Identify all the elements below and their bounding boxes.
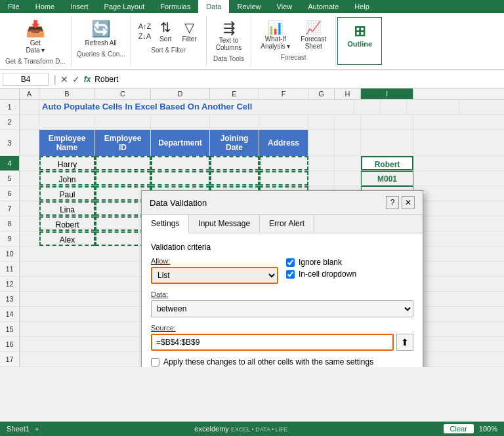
forecast-sheet-button[interactable]: 📈 ForecastSheet	[297, 17, 330, 52]
cell-g1[interactable]	[354, 100, 381, 114]
dialog-close-button[interactable]: ✕	[402, 196, 415, 209]
cell-c5[interactable]	[95, 171, 151, 186]
ignore-blank-checkbox[interactable]	[286, 258, 295, 267]
cell-i2[interactable]	[361, 115, 413, 129]
dialog-help-button[interactable]: ?	[386, 196, 399, 209]
cell-h2[interactable]	[335, 115, 361, 129]
clear-button[interactable]: Clear	[444, 424, 474, 433]
cell-d3-department[interactable]: Department	[151, 130, 210, 156]
tab-data[interactable]: Data	[198, 0, 229, 13]
col-header-i[interactable]: I	[361, 89, 413, 99]
tab-home[interactable]: Home	[28, 0, 62, 13]
cell-e5[interactable]	[210, 171, 259, 186]
tab-help[interactable]: Help	[346, 0, 377, 13]
cell-b4-harry[interactable]: Harry	[39, 156, 95, 170]
cell-d5[interactable]	[151, 171, 210, 186]
cell-a3[interactable]	[20, 130, 39, 156]
cell-b3-employee-name[interactable]: EmployeeName	[39, 130, 95, 156]
cell-a7[interactable]	[20, 201, 39, 216]
cell-b7-lina[interactable]: Lina	[39, 201, 95, 216]
cell-h4[interactable]	[335, 156, 361, 170]
cell-b6-paul[interactable]: Paul	[39, 186, 95, 201]
cell-reference-input[interactable]	[3, 73, 49, 86]
tab-page-layout[interactable]: Page Layout	[96, 0, 153, 13]
outline-button[interactable]: ⊞ Outline	[343, 20, 376, 50]
what-if-button[interactable]: 📊 What-IfAnalysis ▾	[257, 17, 294, 52]
tab-insert[interactable]: Insert	[62, 0, 96, 13]
cell-d2[interactable]	[151, 115, 210, 129]
cell-a2[interactable]	[20, 115, 39, 129]
cell-h3[interactable]	[335, 130, 361, 156]
cell-g4[interactable]	[308, 156, 335, 170]
cell-h5[interactable]	[335, 171, 361, 186]
cell-h1[interactable]	[381, 100, 407, 114]
col-header-g[interactable]: G	[308, 89, 335, 99]
incell-dropdown-checkbox[interactable]	[286, 270, 295, 279]
col-header-a[interactable]: A	[20, 89, 39, 99]
cancel-formula-icon[interactable]: ✕	[59, 73, 70, 86]
tab-automate[interactable]: Automate	[300, 0, 346, 13]
filter-button[interactable]: ▽ Filter	[178, 17, 201, 45]
cell-i4-robert[interactable]: Robert	[361, 156, 413, 170]
cell-a4[interactable]	[20, 156, 39, 170]
cell-e2[interactable]	[210, 115, 259, 129]
cell-b8-robert[interactable]: Robert	[39, 216, 95, 231]
sort-button[interactable]: ⇅ Sort	[156, 17, 175, 45]
cell-c2[interactable]	[95, 115, 151, 129]
col-header-e[interactable]: E	[210, 89, 259, 99]
col-header-b[interactable]: B	[39, 89, 95, 99]
cell-f4[interactable]	[259, 156, 308, 170]
tab-review[interactable]: Review	[229, 0, 268, 13]
cell-d4[interactable]	[151, 156, 210, 170]
sort-za-button[interactable]: Z↓A	[136, 31, 154, 41]
cell-f3-address[interactable]: Address	[259, 130, 308, 156]
data-select[interactable]: between not between equal to not equal t…	[151, 300, 413, 317]
cell-b5-john[interactable]: John	[39, 171, 95, 186]
dialog-titlebar: Data Validation ? ✕	[142, 191, 423, 215]
cell-a8[interactable]	[20, 216, 39, 231]
cell-g5[interactable]	[308, 171, 335, 186]
cell-c3-employee-id[interactable]: EmployeeID	[95, 130, 151, 156]
formula-input[interactable]	[94, 75, 501, 84]
group-label-forecast: Forecast	[281, 54, 306, 61]
dialog-tab-input-message[interactable]: Input Message	[189, 215, 260, 233]
dialog-tab-settings[interactable]: Settings	[142, 215, 189, 233]
dialog-tab-error-alert[interactable]: Error Alert	[260, 215, 314, 233]
cell-a6[interactable]	[20, 186, 39, 201]
col-header-f[interactable]: F	[259, 89, 308, 99]
refresh-all-button[interactable]: 🔄 Refresh All	[81, 17, 120, 49]
cell-b2[interactable]	[39, 115, 95, 129]
cell-f5[interactable]	[259, 171, 308, 186]
source-input[interactable]	[151, 334, 394, 351]
cell-e3-joining-date[interactable]: JoiningDate	[210, 130, 259, 156]
get-data-button[interactable]: 📥 GetData ▾	[22, 17, 49, 56]
cell-a5[interactable]	[20, 171, 39, 186]
sheet-add-button[interactable]: +	[35, 425, 39, 433]
cell-i3[interactable]	[361, 130, 413, 156]
source-collapse-button[interactable]: ⬆	[396, 334, 413, 351]
confirm-formula-icon[interactable]: ✓	[71, 73, 81, 86]
cell-a9[interactable]	[20, 231, 39, 246]
cell-f2[interactable]	[259, 115, 308, 129]
cell-e4[interactable]	[210, 156, 259, 170]
col-header-h[interactable]: H	[335, 89, 361, 99]
cell-b1[interactable]: Auto Populate Cells In Excel Based On An…	[39, 100, 354, 114]
apply-all-checkbox[interactable]	[151, 358, 159, 367]
cell-b9-alex[interactable]: Alex	[39, 231, 95, 246]
tab-formulas[interactable]: Formulas	[152, 0, 198, 13]
cell-g2[interactable]	[308, 115, 335, 129]
cell-i1[interactable]	[407, 100, 459, 114]
sort-az-button[interactable]: A↑Z	[136, 22, 154, 31]
cell-g3[interactable]	[308, 130, 335, 156]
allow-select[interactable]: List Any value Whole number Decimal Date…	[151, 267, 278, 284]
col-header-c[interactable]: C	[95, 89, 151, 99]
tab-view[interactable]: View	[269, 0, 301, 13]
cell-c4[interactable]	[95, 156, 151, 170]
text-to-columns-button[interactable]: ⇶ Text toColumns	[212, 17, 245, 54]
watermark-brand: exceldemy	[194, 425, 229, 433]
tab-file[interactable]: File	[0, 0, 28, 13]
cell-i5-m001[interactable]: M001	[361, 171, 413, 186]
cell-a1[interactable]	[20, 100, 39, 114]
col-header-d[interactable]: D	[151, 89, 210, 99]
sheet-tab-1[interactable]: Sheet1	[7, 425, 30, 433]
